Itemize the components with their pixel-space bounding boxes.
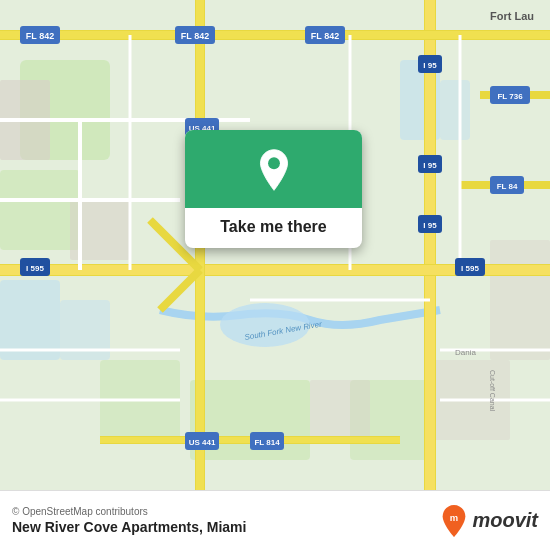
svg-text:FL 842: FL 842 bbox=[181, 31, 209, 41]
svg-text:I 95: I 95 bbox=[423, 161, 437, 170]
take-me-there-button[interactable]: Take me there bbox=[185, 208, 362, 248]
svg-text:Dania: Dania bbox=[455, 348, 476, 357]
svg-rect-7 bbox=[0, 170, 80, 250]
svg-point-46 bbox=[268, 157, 280, 169]
svg-rect-2 bbox=[0, 280, 60, 360]
place-info: © OpenStreetMap contributors New River C… bbox=[12, 506, 246, 535]
svg-rect-5 bbox=[440, 80, 470, 140]
svg-text:I 95: I 95 bbox=[423, 221, 437, 230]
svg-text:FL 842: FL 842 bbox=[311, 31, 339, 41]
svg-text:m: m bbox=[450, 512, 458, 523]
svg-text:I 595: I 595 bbox=[461, 264, 479, 273]
svg-text:I 595: I 595 bbox=[26, 264, 44, 273]
moovit-logo: m moovit bbox=[440, 504, 538, 538]
svg-text:US 441: US 441 bbox=[189, 438, 216, 447]
location-pin-icon bbox=[252, 148, 296, 192]
place-name: New River Cove Apartments, Miami bbox=[12, 519, 246, 535]
svg-rect-15 bbox=[490, 240, 550, 360]
navigation-card: Take me there bbox=[185, 130, 362, 248]
svg-text:Cut-off Canal: Cut-off Canal bbox=[489, 370, 496, 412]
bottom-bar: © OpenStreetMap contributors New River C… bbox=[0, 490, 550, 550]
svg-text:Fort Lau: Fort Lau bbox=[490, 10, 534, 22]
svg-text:FL 814: FL 814 bbox=[254, 438, 280, 447]
svg-rect-13 bbox=[310, 380, 370, 440]
svg-text:I 95: I 95 bbox=[423, 61, 437, 70]
moovit-brand-text: moovit bbox=[472, 509, 538, 532]
svg-text:FL 84: FL 84 bbox=[497, 182, 518, 191]
map-container: FL 842 FL 842 FL 842 I 95 I 95 I 95 I 59… bbox=[0, 0, 550, 490]
svg-text:FL 842: FL 842 bbox=[26, 31, 54, 41]
card-header bbox=[185, 130, 362, 208]
moovit-pin-icon: m bbox=[440, 504, 468, 538]
map-attribution: © OpenStreetMap contributors bbox=[12, 506, 246, 517]
svg-text:FL 736: FL 736 bbox=[497, 92, 523, 101]
